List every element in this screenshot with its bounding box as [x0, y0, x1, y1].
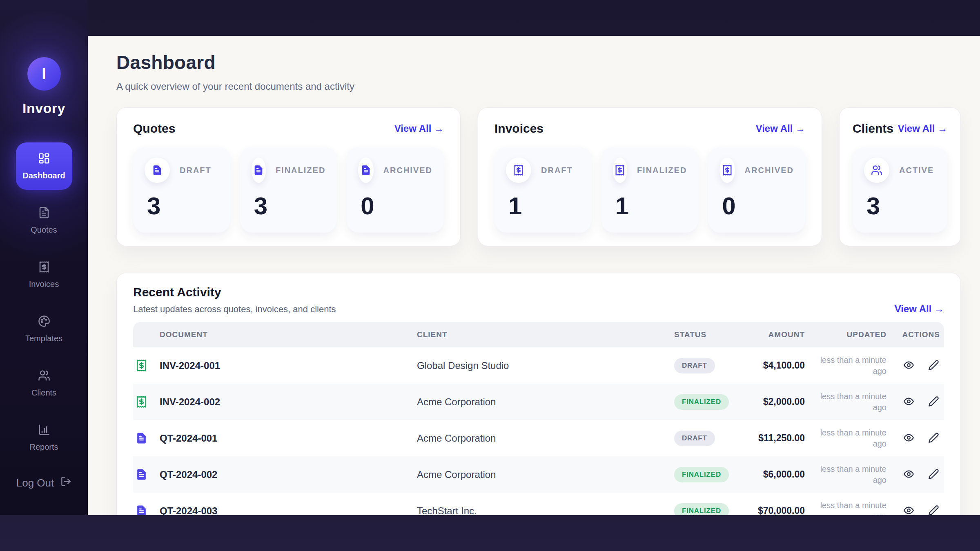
bar-chart-icon [38, 424, 50, 438]
file-text-icon [145, 158, 170, 183]
edit-button[interactable] [928, 469, 939, 481]
receipt-icon [719, 158, 735, 183]
file-text-icon [252, 158, 266, 183]
table-row: INV-2024-002 Acme Corporation FINALIZED … [133, 384, 944, 420]
invoice-receipt-icon [133, 395, 158, 408]
clients-active-tile: ACTIVE 3 [853, 147, 947, 233]
file-text-icon [38, 207, 50, 220]
updated-time: less than a minute ago [807, 391, 889, 413]
edit-button[interactable] [928, 360, 939, 372]
clients-view-all-link[interactable]: View All → [898, 123, 947, 134]
stat-label: ACTIVE [899, 166, 934, 175]
recent-activity-subtitle: Latest updates across quotes, invoices, … [133, 304, 336, 315]
brand-name: Invory [22, 100, 65, 116]
clients-card: Clients View All → ACTIVE 3 [839, 107, 961, 246]
stat-label: ARCHIVED [383, 166, 432, 175]
stat-label: FINALIZED [276, 166, 325, 175]
sidebar-item-label: Reports [29, 442, 58, 452]
sidebar-item-clients[interactable]: Clients [16, 360, 72, 407]
view-button[interactable] [903, 469, 914, 481]
amount: $6,000.00 [754, 469, 807, 480]
eye-icon [903, 360, 914, 372]
column-header-status: STATUS [672, 330, 754, 339]
quote-file-icon [133, 432, 158, 444]
updated-time: less than a minute ago [807, 500, 889, 515]
amount: $11,250.00 [754, 433, 807, 444]
clients-card-title: Clients [853, 122, 893, 136]
pencil-icon [928, 432, 939, 444]
sidebar-item-templates[interactable]: Templates [16, 305, 72, 353]
sidebar-item-dashboard[interactable]: Dashboard [16, 142, 72, 190]
amount: $4,100.00 [754, 360, 807, 371]
column-header-document: DOCUMENT [158, 330, 415, 339]
sidebar-item-label: Templates [25, 334, 62, 343]
sidebar-item-label: Clients [31, 388, 56, 398]
invoices-card-title: Invoices [494, 122, 543, 136]
quotes-view-all-link[interactable]: View All → [394, 123, 444, 134]
quotes-finalized-tile: FINALIZED 3 [240, 147, 337, 233]
client-name: Global Design Studio [415, 360, 672, 371]
sidebar-item-invoices[interactable]: Invoices [16, 251, 72, 298]
activity-table: DOCUMENT CLIENT STATUS AMOUNT UPDATED AC… [133, 322, 944, 515]
invoice-receipt-icon [133, 359, 158, 372]
updated-time: less than a minute ago [807, 355, 889, 377]
table-row: QT-2024-003 TechStart Inc. FINALIZED $70… [133, 493, 944, 515]
client-name: Acme Corporation [415, 433, 672, 444]
stat-label: ARCHIVED [745, 166, 794, 175]
sidebar-item-quotes[interactable]: Quotes [16, 197, 72, 244]
edit-button[interactable] [928, 505, 939, 515]
updated-time: less than a minute ago [807, 427, 889, 449]
arrow-right-icon: → [434, 123, 444, 134]
quotes-card-title: Quotes [133, 122, 175, 136]
arrow-right-icon: → [938, 123, 947, 134]
pencil-icon [928, 469, 939, 481]
client-name: Acme Corporation [415, 469, 672, 480]
updated-time: less than a minute ago [807, 464, 889, 486]
table-row: QT-2024-001 Acme Corporation DRAFT $11,2… [133, 420, 944, 456]
client-name: Acme Corporation [415, 396, 672, 408]
document-id: INV-2024-001 [158, 360, 415, 371]
edit-button[interactable] [928, 432, 939, 444]
eye-icon [903, 505, 914, 515]
eye-icon [903, 469, 914, 481]
sidebar-item-label: Dashboard [22, 171, 65, 180]
column-header-amount: AMOUNT [754, 330, 807, 339]
palette-icon [38, 315, 50, 329]
column-header-client: CLIENT [415, 330, 672, 339]
invoices-draft-tile: DRAFT 1 [494, 147, 592, 233]
sidebar-item-label: Invoices [29, 280, 59, 289]
view-button[interactable] [903, 360, 914, 372]
users-icon [38, 369, 50, 383]
arrow-right-icon: → [795, 123, 805, 134]
invoices-archived-tile: ARCHIVED 0 [708, 147, 805, 233]
document-id: QT-2024-001 [158, 433, 415, 444]
logout-icon [60, 476, 71, 490]
document-id: QT-2024-002 [158, 469, 415, 480]
sidebar-item-reports[interactable]: Reports [16, 414, 72, 461]
stat-label: DRAFT [180, 166, 212, 175]
quotes-draft-tile: DRAFT 3 [133, 147, 230, 233]
stat-value: 3 [254, 192, 326, 220]
stat-value: 0 [722, 192, 794, 220]
stat-value: 1 [508, 192, 580, 220]
activity-view-all-link[interactable]: View All → [895, 303, 944, 315]
users-icon [864, 158, 889, 183]
edit-button[interactable] [928, 396, 939, 408]
layout-dashboard-icon [38, 152, 50, 166]
view-button[interactable] [903, 432, 914, 444]
pencil-icon [928, 360, 939, 372]
recent-activity-card: Recent Activity Latest updates across qu… [116, 273, 961, 515]
invoices-finalized-tile: FINALIZED 1 [601, 147, 699, 233]
quote-file-icon [133, 468, 158, 481]
amount: $70,000.00 [754, 505, 807, 515]
app-logo: I [27, 57, 61, 91]
eye-icon [903, 396, 914, 408]
view-button[interactable] [903, 396, 914, 408]
amount: $2,000.00 [754, 396, 807, 407]
invoices-view-all-link[interactable]: View All → [756, 123, 805, 134]
logout-button[interactable]: Log Out [0, 476, 88, 490]
arrow-right-icon: → [934, 303, 944, 314]
view-button[interactable] [903, 505, 914, 515]
summary-cards-row: Quotes View All → DRAFT 3 FINALIZED 3 [116, 107, 961, 246]
status-badge: FINALIZED [674, 467, 729, 482]
